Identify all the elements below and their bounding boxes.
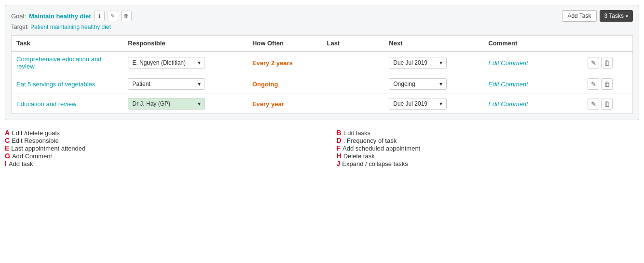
delete-task-button[interactable]: 🗑 xyxy=(601,57,613,69)
table-body: Comprehensive education and review E. Ng… xyxy=(12,51,633,114)
legend-text: Edit Responsible xyxy=(12,137,59,144)
responsible-select[interactable]: E. Nguyen (Dietitian) ▾ xyxy=(128,57,205,69)
col-header-last: Last xyxy=(322,36,384,52)
next-value: Ongoing xyxy=(393,81,415,87)
next-cell: Due Jul 2019 ▾ xyxy=(384,94,483,114)
last-cell xyxy=(322,94,384,114)
legend-text: Edit tasks xyxy=(343,129,370,137)
legend-text: Expand / collapse tasks xyxy=(342,160,408,167)
legend-letter: J xyxy=(337,160,341,167)
next-select[interactable]: Ongoing ▾ xyxy=(389,78,447,90)
edit-comment-link[interactable]: Edit Comment xyxy=(488,100,528,108)
goal-info-button[interactable]: ℹ xyxy=(94,11,105,21)
edit-comment-link[interactable]: Edit Comment xyxy=(488,81,528,88)
goal-row: Goal: Maintain healthy diet ℹ ✎ 🗑 Add Ta… xyxy=(11,10,633,22)
next-chevron-icon: ▾ xyxy=(439,100,442,107)
edit-task-button[interactable]: ✎ xyxy=(588,57,599,69)
legend-letter: I xyxy=(5,160,7,167)
legend-item: FAdd scheduled appointment xyxy=(337,144,640,152)
target-row: Target: Patient maintaining healthy diet xyxy=(11,24,633,30)
col-header-next: Next xyxy=(384,36,483,52)
edit-comment-link[interactable]: Edit Comment xyxy=(488,59,528,67)
legend-left: AEdit /delete goalsCEdit ResponsibleELas… xyxy=(5,129,308,167)
comment-cell: Edit Comment xyxy=(483,94,583,114)
next-chevron-icon: ▾ xyxy=(439,81,442,87)
actions-cell: ✎ 🗑 xyxy=(583,51,632,74)
target-value: Patient maintaining healthy diet xyxy=(30,24,111,30)
legend-item: ELast appointment attended xyxy=(5,144,308,152)
goal-delete-button[interactable]: 🗑 xyxy=(121,11,132,21)
task-cell: Comprehensive education and review xyxy=(12,51,123,74)
task-link[interactable]: Eat 5 servings of vegetables xyxy=(16,81,95,88)
target-label: Target: xyxy=(11,24,29,30)
top-right-buttons: Add Task 3 Tasks ▾ xyxy=(562,10,633,22)
edit-task-button[interactable]: ✎ xyxy=(588,78,599,90)
last-cell xyxy=(322,51,384,74)
legend-text: Add task xyxy=(9,160,33,167)
legend-letter: G xyxy=(5,152,10,160)
row-actions: ✎ 🗑 xyxy=(588,78,628,90)
tasks-table: Task Responsible How Often Last Next Com… xyxy=(11,35,633,114)
legend-item: D. Frequency of task xyxy=(337,137,640,144)
last-cell xyxy=(322,74,384,94)
tasks-toggle-label: 3 Tasks xyxy=(604,13,624,19)
legend-text: Delete task xyxy=(343,152,375,160)
table-header: Task Responsible How Often Last Next Com… xyxy=(12,36,633,52)
col-header-actions xyxy=(583,36,632,52)
how-often-value: Every year xyxy=(252,100,284,108)
legend-item: AEdit /delete goals xyxy=(5,129,308,137)
responsible-cell: E. Nguyen (Dietitian) ▾ xyxy=(123,51,247,74)
task-link[interactable]: Comprehensive education and review xyxy=(16,55,101,70)
next-value: Due Jul 2019 xyxy=(393,59,427,66)
responsible-value: Patient xyxy=(132,81,150,87)
legend-letter: A xyxy=(5,129,10,137)
how-often-value: Ongoing xyxy=(252,81,278,88)
legend-item: BEdit tasks xyxy=(337,129,640,137)
goal-edit-button[interactable]: ✎ xyxy=(108,11,118,21)
next-cell: Ongoing ▾ xyxy=(384,74,483,94)
responsible-value: E. Nguyen (Dietitian) xyxy=(132,59,186,66)
actions-cell: ✎ 🗑 xyxy=(583,94,632,114)
col-header-responsible: Responsible xyxy=(123,36,247,52)
tasks-toggle-button[interactable]: 3 Tasks ▾ xyxy=(600,10,633,22)
next-select[interactable]: Due Jul 2019 ▾ xyxy=(389,98,447,110)
delete-task-button[interactable]: 🗑 xyxy=(601,78,613,90)
comment-cell: Edit Comment xyxy=(483,51,583,74)
responsible-select[interactable]: Patient ▾ xyxy=(128,78,205,90)
legend-item: GAdd Comment xyxy=(5,152,308,160)
legend-item: HDelete task xyxy=(337,152,640,160)
legend-text: Edit /delete goals xyxy=(12,129,60,137)
responsible-select[interactable]: Dr J. Hay (GP) ▾ xyxy=(128,98,205,110)
task-cell: Education and review xyxy=(12,94,123,114)
responsible-chevron-icon: ▾ xyxy=(198,59,201,66)
legend-letter: E xyxy=(5,144,9,152)
responsible-chevron-icon: ▾ xyxy=(198,100,201,107)
next-value: Due Jul 2019 xyxy=(393,100,427,107)
legend-letter: D xyxy=(337,137,342,144)
table-row: Eat 5 servings of vegetables Patient ▾ O… xyxy=(12,74,633,94)
col-header-how-often: How Often xyxy=(247,36,322,52)
legend-letter: B xyxy=(337,129,342,137)
goal-panel: Goal: Maintain healthy diet ℹ ✎ 🗑 Add Ta… xyxy=(5,5,639,120)
task-cell: Eat 5 servings of vegetables xyxy=(12,74,123,94)
col-header-task: Task xyxy=(12,36,123,52)
col-header-comment: Comment xyxy=(483,36,583,52)
responsible-value: Dr J. Hay (GP) xyxy=(132,100,170,107)
add-task-button[interactable]: Add Task xyxy=(562,10,596,22)
comment-cell: Edit Comment xyxy=(483,74,583,94)
legend-text: . Frequency of task xyxy=(343,137,397,144)
task-link[interactable]: Education and review xyxy=(16,100,76,108)
row-actions: ✎ 🗑 xyxy=(588,98,628,110)
edit-task-button[interactable]: ✎ xyxy=(588,98,599,110)
next-select[interactable]: Due Jul 2019 ▾ xyxy=(389,57,447,69)
table-row: Education and review Dr J. Hay (GP) ▾ Ev… xyxy=(12,94,633,114)
chevron-down-icon: ▾ xyxy=(626,14,628,19)
legend-letter: F xyxy=(337,144,341,152)
delete-task-button[interactable]: 🗑 xyxy=(601,98,613,110)
legend-text: Add Comment xyxy=(12,152,52,160)
responsible-cell: Dr J. Hay (GP) ▾ xyxy=(123,94,247,114)
how-often-cell: Every year xyxy=(247,94,322,114)
how-often-cell: Ongoing xyxy=(247,74,322,94)
legend-letter: H xyxy=(337,152,342,160)
legend-item: CEdit Responsible xyxy=(5,137,308,144)
